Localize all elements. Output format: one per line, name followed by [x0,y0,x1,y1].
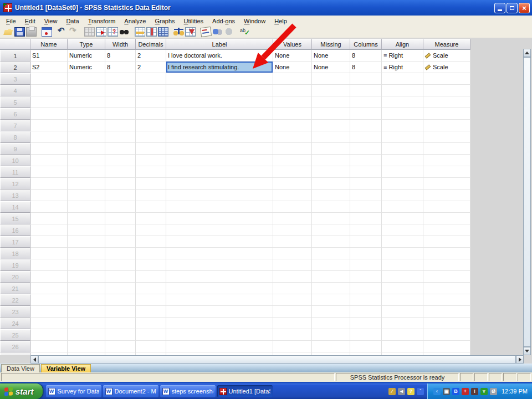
cell-type-row22[interactable] [68,294,105,306]
cell-label-row5[interactable] [166,96,273,108]
cell-name-row1[interactable]: S1 [30,50,68,62]
cell-type-row9[interactable] [68,143,105,155]
cell-missing-row2[interactable]: None [312,62,350,73]
column-header-name[interactable]: Name [30,39,68,50]
cell-values-row2[interactable]: None [273,62,312,73]
vertical-scroll-thumb[interactable] [523,57,531,347]
menu-analyze[interactable]: Analyze [120,17,150,25]
row-header-13[interactable]: 13 [0,190,30,201]
cell-measure-row12[interactable] [423,178,470,190]
cell-decimals-row6[interactable] [136,108,166,120]
cell-width-row6[interactable] [105,108,136,120]
cell-missing-row15[interactable] [312,213,350,224]
cell-align-row10[interactable] [382,155,423,166]
cell-values-row1[interactable]: None [273,50,312,62]
cell-decimals-row22[interactable] [136,294,166,306]
cell-decimals-row19[interactable] [136,259,166,271]
cell-decimals-row3[interactable] [136,73,166,85]
cell-columns-row9[interactable] [350,143,382,155]
cell-columns-row16[interactable] [350,224,382,236]
cell-align-row5[interactable] [382,96,423,108]
row-header-8[interactable]: 8 [0,131,30,143]
cell-values-row24[interactable] [273,318,312,329]
cell-columns-row8[interactable] [350,131,382,143]
cell-decimals-row16[interactable] [136,224,166,236]
bluetooth-icon[interactable]: B [452,388,459,395]
row-header-16[interactable]: 16 [0,224,30,236]
row-header-26[interactable]: 26 [0,341,30,352]
cell-measure-row9[interactable] [423,143,470,155]
cell-columns-row14[interactable] [350,201,382,213]
row-header-12[interactable]: 12 [0,178,30,190]
cell-label-row20[interactable] [166,271,273,283]
volume-muted-icon[interactable]: Ø [490,388,497,395]
cell-values-row22[interactable] [273,294,312,306]
cell-missing-row4[interactable] [312,85,350,96]
cell-width-row8[interactable] [105,131,136,143]
cell-label-row4[interactable] [166,85,273,96]
cell-label-row18[interactable] [166,248,273,259]
cell-align-row25[interactable] [382,329,423,341]
cell-missing-row22[interactable] [312,294,350,306]
cell-name-row17[interactable] [30,236,68,248]
cell-values-row11[interactable] [273,166,312,178]
menu-file[interactable]: File [2,17,21,25]
redo-icon[interactable] [69,27,79,37]
cell-type-row23[interactable] [68,306,105,318]
row-header-2[interactable]: 2 [0,62,30,73]
taskbar-button-steps-screensho-[interactable]: Wsteps screensho... [160,385,216,397]
cell-width-row5[interactable] [105,96,136,108]
menu-view[interactable]: View [40,17,62,25]
cell-type-row12[interactable] [68,178,105,190]
grid-corner-cell[interactable] [0,39,30,50]
row-header-27[interactable]: 27 [0,352,30,355]
spell-check-icon[interactable] [239,27,250,37]
row-header-22[interactable]: 22 [0,294,30,306]
cell-label-row26[interactable] [166,341,273,352]
cell-name-row11[interactable] [30,166,68,178]
cell-label-row2[interactable]: I find research stimulating. [166,62,273,73]
wireless-network-icon[interactable]: ʏ [480,388,488,395]
cell-decimals-row7[interactable] [136,120,166,131]
cell-name-row16[interactable] [30,224,68,236]
cell-measure-row23[interactable] [423,306,470,318]
cell-name-row21[interactable] [30,283,68,294]
cell-columns-row6[interactable] [350,108,382,120]
cell-label-row1[interactable]: I love doctoral work. [166,50,273,62]
cell-measure-row6[interactable] [423,108,470,120]
cell-columns-row3[interactable] [350,73,382,85]
cell-missing-row7[interactable] [312,120,350,131]
cell-type-row24[interactable] [68,318,105,329]
cell-measure-row7[interactable] [423,120,470,131]
cell-label-row9[interactable] [166,143,273,155]
menu-window[interactable]: Window [239,17,270,25]
cell-align-row8[interactable] [382,131,423,143]
cell-width-row15[interactable] [105,213,136,224]
tab-variable-view[interactable]: Variable View [41,364,91,372]
cell-values-row12[interactable] [273,178,312,190]
column-header-measure[interactable]: Measure [423,39,470,50]
cell-type-row5[interactable] [68,96,105,108]
cell-label-row14[interactable] [166,201,273,213]
cell-missing-row11[interactable] [312,166,350,178]
use-variable-sets-icon[interactable] [212,27,223,37]
cell-columns-row1[interactable]: 8 [350,50,382,62]
cell-measure-row17[interactable] [423,236,470,248]
cell-measure-row19[interactable] [423,259,470,271]
cell-label-row15[interactable] [166,213,273,224]
cell-measure-row20[interactable] [423,271,470,283]
scroll-up-button[interactable] [523,49,531,57]
weight-cases-icon[interactable] [173,27,184,37]
row-header-24[interactable]: 24 [0,318,30,329]
cell-columns-row10[interactable] [350,155,382,166]
cell-width-row26[interactable] [105,341,136,352]
cell-values-row23[interactable] [273,306,312,318]
cell-type-row19[interactable] [68,259,105,271]
cell-missing-row21[interactable] [312,283,350,294]
cell-columns-row7[interactable] [350,120,382,131]
cell-width-row11[interactable] [105,166,136,178]
cell-decimals-row23[interactable] [136,306,166,318]
insert-variable-icon[interactable] [146,27,157,37]
cell-label-row10[interactable] [166,155,273,166]
cell-decimals-row4[interactable] [136,85,166,96]
